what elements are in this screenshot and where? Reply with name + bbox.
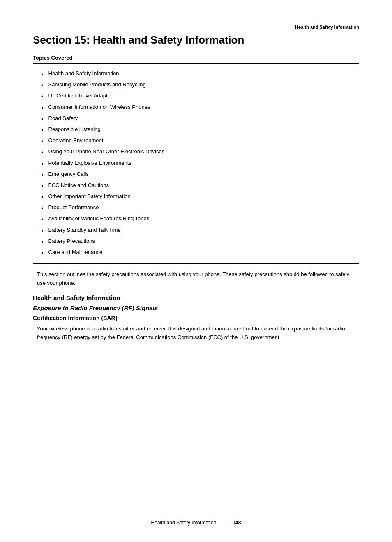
top-divider	[33, 63, 359, 64]
intro-text: This section outlines the safety precaut…	[33, 270, 359, 288]
list-item: Care and Maintenance	[41, 249, 359, 257]
list-item: Emergency Calls	[41, 171, 359, 179]
exposure-heading: Exposure to Radio Frequency (RF) Signals	[33, 304, 359, 311]
list-item: Health and Safety Information	[41, 70, 359, 78]
section-title: Section 15: Health and Safety Informatio…	[33, 34, 359, 46]
list-item: Battery Standby and Talk Time	[41, 227, 359, 235]
list-item: Using Your Phone Near Other Electronic D…	[41, 148, 359, 156]
list-item: UL Certified Travel Adapter	[41, 92, 359, 100]
list-item: Samsung Mobile Products and Recycling	[41, 81, 359, 89]
bottom-divider	[33, 263, 359, 264]
page-container: Health and Safety Information Section 15…	[0, 0, 392, 542]
footer-label: Health and Safety Information	[151, 520, 217, 526]
list-item: Product Performance	[41, 204, 359, 212]
health-safety-heading: Health and Safety Information	[33, 294, 359, 301]
list-item: Availability of Various Features/Ring To…	[41, 215, 359, 223]
list-item: Consumer Information on Wireless Phones	[41, 104, 359, 112]
list-item: FCC Notice and Cautions	[41, 182, 359, 190]
list-item: Operating Environment	[41, 137, 359, 145]
footer-page-number: 148	[233, 520, 241, 526]
topics-covered-label: Topics Covered	[33, 55, 359, 61]
list-item: Potentially Explosive Environments	[41, 160, 359, 168]
list-item: Battery Precautions	[41, 238, 359, 246]
certification-heading: Certification Information (SAR)	[33, 315, 359, 321]
header-section-label: Health and Safety Information	[33, 25, 359, 30]
list-item: Responsible Listening	[41, 126, 359, 134]
topics-list: Health and Safety Information Samsung Mo…	[41, 70, 359, 257]
list-item: Road Safety	[41, 115, 359, 123]
list-item: Other Important Safety Information	[41, 193, 359, 201]
certification-body: Your wireless phone is a radio transmitt…	[33, 325, 359, 342]
page-footer: Health and Safety Information 148	[0, 520, 392, 526]
